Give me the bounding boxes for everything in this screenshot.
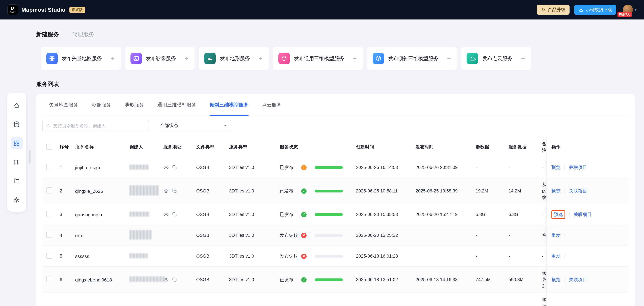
header-service-status: 服务状态 <box>276 144 352 150</box>
bell-icon <box>541 8 546 12</box>
card-publish-terrain[interactable]: 发布地形服务 + <box>199 47 269 70</box>
action-preview[interactable]: 预览 <box>552 210 565 219</box>
creator-cell <box>126 185 159 197</box>
action-separator <box>564 189 565 193</box>
checkbox-cell <box>42 232 56 239</box>
header-source-data: 源数据 <box>472 144 504 150</box>
plus-icon[interactable]: + <box>259 55 263 62</box>
tab-vector-map-service[interactable]: 矢量地图服务 <box>49 94 78 115</box>
sidebar-item-home[interactable] <box>10 99 23 111</box>
service-name: gaosugonglu <box>71 212 126 217</box>
select-all-checkbox[interactable] <box>46 143 52 150</box>
copy-address-icon[interactable] <box>172 165 177 170</box>
sidebar-item-settings[interactable] <box>10 194 23 206</box>
copy-address-icon[interactable] <box>172 212 177 217</box>
row-checkbox[interactable] <box>46 276 52 282</box>
service-name: qingxiebendi0618 <box>71 277 126 282</box>
sidebar-item-maps[interactable] <box>10 156 23 168</box>
header-service-address: 服务地址 <box>159 144 192 150</box>
redacted-creator <box>130 165 149 170</box>
action-separator <box>564 165 565 170</box>
row-seq: 4 <box>56 233 71 238</box>
action-preview[interactable]: 预览 <box>552 188 560 194</box>
action-link-project[interactable]: 关联项目 <box>574 211 592 218</box>
view-address-icon[interactable] <box>163 165 169 170</box>
folder-icon <box>13 177 20 184</box>
checkbox-cell <box>42 211 56 218</box>
plus-icon[interactable]: + <box>185 55 188 62</box>
product-upgrade-button[interactable]: 产品升级 <box>537 5 570 15</box>
sidebar-item-resources[interactable] <box>10 175 23 187</box>
action-link-project[interactable]: 关联项目 <box>569 165 587 171</box>
view-address-icon[interactable] <box>163 188 169 194</box>
view-address-icon[interactable] <box>163 212 169 217</box>
row-checkbox[interactable] <box>46 164 52 170</box>
card-publish-point-cloud[interactable]: 发布点云服务 + <box>461 47 531 70</box>
trial-days-badge: 剩余7天 <box>618 12 632 17</box>
tab-point-cloud-service[interactable]: 点云服务 <box>262 94 282 115</box>
status-icon: ! <box>301 165 306 170</box>
action-preview[interactable]: 预览 <box>552 277 560 283</box>
logo-letter: M <box>11 6 14 11</box>
status-text: 已发布 <box>280 211 298 218</box>
status-filter-select[interactable]: 全部状态 <box>156 120 231 131</box>
row-checkbox[interactable] <box>46 232 52 238</box>
chevron-down-icon[interactable]: ▾ <box>635 8 636 12</box>
app-logo: M Studio <box>8 4 18 15</box>
tab-imagery-service[interactable]: 影像服务 <box>92 94 111 115</box>
row-checkbox[interactable] <box>46 187 52 194</box>
row-checkbox[interactable] <box>46 253 52 259</box>
action-link-project[interactable]: 关联项目 <box>569 277 587 283</box>
copy-address-icon[interactable] <box>172 277 177 282</box>
tab-oblique-3d-model-service[interactable]: 倾斜三维模型服务 <box>210 94 248 115</box>
status-icon: × <box>301 253 306 259</box>
service-type: 3DTiles v1.0 <box>225 212 276 217</box>
tab-terrain-service[interactable]: 地形服务 <box>124 94 144 115</box>
service-data-size: - <box>504 233 538 238</box>
status-text: 已发布 <box>280 165 298 171</box>
card-publish-vector-map[interactable]: 发布矢量地图服务 + <box>41 47 120 70</box>
tab-proxy-service[interactable]: 代理服务 <box>72 31 94 38</box>
status-cell: 发布失败 × <box>276 232 352 238</box>
plus-icon[interactable]: + <box>447 55 451 62</box>
card-label: 发布倾斜三维模型服务 <box>388 55 438 62</box>
tab-new-service[interactable]: 新建服务 <box>36 31 59 38</box>
vertical-scrollbar-thumb[interactable] <box>29 150 30 164</box>
row-seq: 3 <box>56 212 71 217</box>
sidebar-item-data[interactable] <box>10 118 23 130</box>
redacted-creator <box>130 185 159 196</box>
card-publish-oblique-3d-model[interactable]: 发布倾斜三维模型服务 + <box>367 47 457 70</box>
sidebar <box>7 93 26 212</box>
progress-fill <box>314 213 343 216</box>
card-publish-imagery[interactable]: 发布影像服务 + <box>125 47 194 70</box>
header-publish-time: 发布时间 <box>412 144 472 150</box>
imagery-icon <box>130 53 142 64</box>
sidebar-item-services[interactable] <box>10 137 23 149</box>
created-time: 2025-06-18 16:01:23 <box>352 254 412 259</box>
tab-generic-3d-model-service[interactable]: 通用三维模型服务 <box>157 94 196 115</box>
row-checkbox[interactable] <box>46 211 52 217</box>
card-publish-generic-3d-model[interactable]: 发布通用三维模型服务 + <box>273 47 363 70</box>
card-label: 发布地形服务 <box>220 55 250 62</box>
sample-data-download-button[interactable]: 示例数据下载 <box>574 5 616 15</box>
creator-cell <box>126 276 159 283</box>
service-type: 3DTiles v1.0 <box>225 277 276 282</box>
plus-icon[interactable]: + <box>111 55 114 62</box>
action-resend[interactable]: 重发 <box>552 253 560 259</box>
plus-icon[interactable]: + <box>521 55 525 62</box>
main-content: 新建服务 代理服务 发布矢量地图服务 + 发布影像服务 + <box>36 31 634 306</box>
source-data-size: 5.8G <box>472 212 504 217</box>
service-name: jinjihu_osgb <box>71 165 126 170</box>
service-address-cell <box>159 212 192 217</box>
table-body: 1 jinjihu_osgb OSGB 3DTiles v1.0 已发布 ! 2… <box>42 157 628 306</box>
file-type: OSGB <box>192 212 225 217</box>
action-resend[interactable]: 重发 <box>552 232 560 238</box>
terrain-icon <box>204 53 216 64</box>
table-row: 倾据 <box>42 293 628 306</box>
copy-address-icon[interactable] <box>172 189 177 194</box>
action-preview[interactable]: 预览 <box>552 165 560 171</box>
plus-icon[interactable]: + <box>353 55 357 62</box>
action-link-project[interactable]: 关联项目 <box>569 188 587 194</box>
brand: M Studio Mapmost Studio 正式版 <box>8 4 85 15</box>
search-input[interactable] <box>42 120 149 131</box>
